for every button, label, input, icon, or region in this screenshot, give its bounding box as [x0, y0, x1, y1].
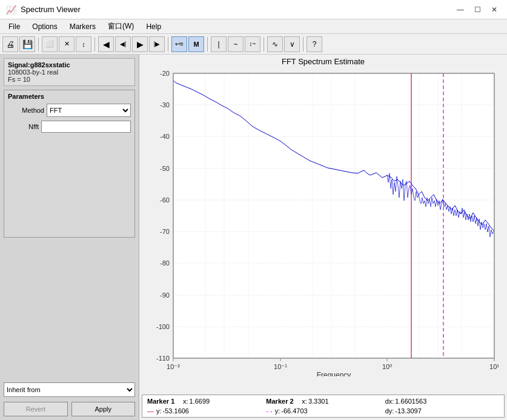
- nfft-input[interactable]: 1024: [41, 121, 131, 133]
- menu-options[interactable]: Options: [26, 21, 63, 32]
- toolbar-ruler[interactable]: ↩≡: [171, 36, 187, 52]
- chart-svg: -20 -30 -40 -50 -60 -70 -80: [143, 67, 504, 376]
- marker-bar: Marker 1 x: 1.6699 Marker 2 x: 3.3301 dx…: [142, 395, 505, 418]
- menu-bar: File Options Markers 窗口(W) Help: [0, 19, 507, 34]
- main-content: Signal:g882sxstatic 108003-by-1 real Fs …: [0, 55, 507, 420]
- marker2-label: Marker 2: [266, 398, 299, 405]
- svg-text:-70: -70: [160, 228, 170, 235]
- svg-text:-110: -110: [156, 355, 169, 362]
- left-panel: Signal:g882sxstatic 108003-by-1 real Fs …: [0, 55, 139, 420]
- toolbar-zoom-x[interactable]: ✕: [59, 36, 75, 52]
- svg-text:-40: -40: [160, 133, 170, 140]
- toolbar-sinc[interactable]: ∿: [267, 36, 283, 52]
- dy-key: dy:: [385, 407, 394, 415]
- maximize-button[interactable]: ☐: [469, 4, 485, 16]
- apply-button[interactable]: Apply: [71, 402, 136, 416]
- marker1-x-key: x:: [183, 398, 188, 405]
- toolbar-sep-2: [94, 37, 95, 52]
- marker1-label: Marker 1: [147, 398, 181, 405]
- nfft-row: Nfft 1024: [8, 121, 131, 133]
- toolbar-sep-5: [263, 37, 264, 52]
- marker1-x-row: Marker 1 x: 1.6699: [145, 396, 263, 406]
- method-label: Method: [8, 107, 44, 114]
- toolbar-next-end[interactable]: |▶: [149, 36, 165, 52]
- marker1-y-key: y:: [156, 407, 162, 415]
- marker1-x-val: 1.6699: [190, 398, 262, 405]
- dx-row: dx: 1.6601563: [383, 396, 502, 406]
- marker2-y-row: - - y: -66.4703: [263, 406, 382, 416]
- toolbar-prev-end[interactable]: ◀|: [115, 36, 131, 52]
- marker1-color-line: —: [147, 407, 154, 415]
- toolbar-sep-6: [303, 37, 303, 52]
- toolbar-wave[interactable]: ~: [228, 36, 244, 52]
- marker2-color-line: - -: [266, 407, 272, 415]
- dx-val: 1.6601563: [395, 398, 499, 405]
- svg-text:10⁰: 10⁰: [382, 363, 392, 370]
- svg-rect-1: [173, 73, 494, 358]
- method-row: Method FFT: [8, 104, 131, 117]
- title-bar: 📈 Spectrum Viewer — ☐ ✕: [0, 0, 507, 19]
- close-button[interactable]: ✕: [486, 4, 502, 16]
- toolbar-sep-3: [168, 37, 168, 52]
- menu-markers[interactable]: Markers: [64, 21, 102, 32]
- svg-text:10⁻²: 10⁻²: [167, 363, 180, 370]
- plot-area: -20 -30 -40 -50 -60 -70 -80: [143, 67, 504, 393]
- marker1-y-val: -53.1606: [163, 407, 262, 415]
- marker1-y-row: — y: -53.1606: [145, 406, 263, 416]
- svg-text:10⁻¹: 10⁻¹: [274, 363, 287, 370]
- svg-text:-100: -100: [156, 323, 169, 330]
- dy-row: dy: -13.3097: [383, 406, 502, 416]
- toolbar-zoom-box[interactable]: ⬜: [42, 36, 58, 52]
- signal-fs: Fs = 10: [8, 76, 131, 83]
- marker2-y-key: y:: [275, 407, 280, 415]
- window-controls: — ☐ ✕: [452, 4, 502, 16]
- toolbar-print[interactable]: 🖨: [2, 36, 18, 52]
- revert-button[interactable]: Revert: [4, 402, 68, 416]
- menu-window[interactable]: 窗口(W): [102, 20, 140, 33]
- toolbar-zoom-y[interactable]: ↕: [76, 36, 91, 52]
- toolbar-help[interactable]: ?: [307, 36, 322, 52]
- inherit-select[interactable]: Inherit from: [4, 382, 135, 397]
- dx-key: dx:: [385, 398, 394, 405]
- marker2-x-val: 3.3301: [308, 398, 380, 405]
- marker2-y-val: -66.4703: [281, 407, 380, 415]
- toolbar-next[interactable]: ▶: [132, 36, 148, 52]
- params-title: Parameters: [8, 93, 131, 100]
- toolbar-sep-1: [38, 37, 39, 52]
- dy-val: -13.3097: [395, 407, 499, 415]
- marker2-x-key: x:: [302, 398, 307, 405]
- svg-text:Frequency: Frequency: [316, 371, 351, 376]
- window-title: Spectrum Viewer: [21, 5, 452, 14]
- toolbar-vline[interactable]: |: [211, 36, 227, 52]
- toolbar-prev[interactable]: ◀: [98, 36, 114, 52]
- toolbar-wave-v[interactable]: ↕~: [245, 36, 260, 52]
- svg-text:-90: -90: [160, 292, 170, 299]
- svg-text:10¹: 10¹: [489, 363, 499, 370]
- svg-text:-80: -80: [160, 259, 170, 267]
- chart-area: FFT Spectrum Estimate -20 -30 -40: [139, 55, 507, 420]
- toolbar-sep-4: [207, 37, 208, 52]
- bottom-buttons: Revert Apply: [4, 402, 135, 416]
- menu-help[interactable]: Help: [140, 21, 167, 32]
- signal-info: Signal:g882sxstatic 108003-by-1 real Fs …: [4, 58, 135, 86]
- svg-text:-20: -20: [160, 70, 170, 77]
- toolbar: 🖨 💾 ⬜ ✕ ↕ ◀ ◀| ▶ |▶ ↩≡ M | ~ ↕~ ∿ ∨ ?: [0, 34, 507, 55]
- toolbar-save[interactable]: 💾: [19, 36, 35, 52]
- nfft-label: Nfft: [8, 123, 39, 130]
- toolbar-check[interactable]: ∨: [284, 36, 300, 52]
- app-icon: 📈: [5, 4, 17, 16]
- svg-text:-60: -60: [160, 196, 170, 204]
- signal-name: Signal:g882sxstatic: [8, 61, 131, 68]
- svg-text:-30: -30: [160, 101, 170, 108]
- marker2-x-row: Marker 2 x: 3.3301: [263, 396, 382, 406]
- svg-text:-50: -50: [160, 165, 170, 172]
- toolbar-marker-m[interactable]: M: [188, 36, 204, 52]
- parameters-group: Parameters Method FFT Nfft 1024: [4, 90, 135, 238]
- chart-title: FFT Spectrum Estimate: [142, 57, 505, 66]
- minimize-button[interactable]: —: [452, 4, 468, 16]
- signal-dimensions: 108003-by-1 real: [8, 68, 131, 76]
- method-select[interactable]: FFT: [47, 104, 131, 117]
- menu-file[interactable]: File: [2, 21, 26, 32]
